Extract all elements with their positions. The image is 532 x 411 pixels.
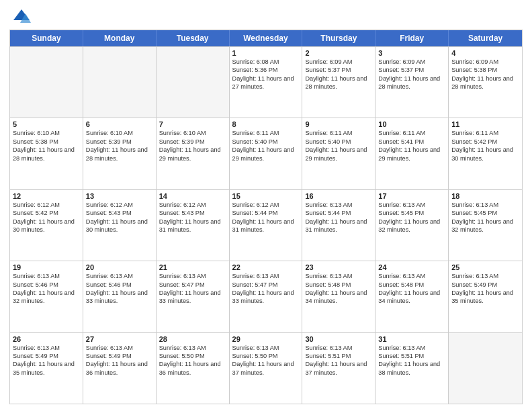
day-cell-28: 28Sunrise: 6:13 AMSunset: 5:50 PMDayligh… xyxy=(157,333,230,404)
sunrise-label: Sunrise: 6:13 AM xyxy=(451,201,498,208)
day-cell-3: 3Sunrise: 6:09 AMSunset: 5:37 PMDaylight… xyxy=(375,47,449,118)
daylight-label: Daylight: 11 hours and 37 minutes. xyxy=(305,361,367,375)
empty-cell xyxy=(449,333,522,404)
day-cell-24: 24Sunrise: 6:13 AMSunset: 5:48 PMDayligh… xyxy=(375,261,449,332)
cell-info: Sunrise: 6:13 AMSunset: 5:48 PMDaylight:… xyxy=(378,272,445,306)
daylight-label: Daylight: 11 hours and 29 minutes. xyxy=(159,146,221,161)
sunset-label: Sunset: 5:49 PM xyxy=(86,353,132,359)
day-cell-9: 9Sunrise: 6:11 AMSunset: 5:40 PMDaylight… xyxy=(302,118,375,189)
sunrise-label: Sunrise: 6:09 AM xyxy=(451,58,498,65)
sunrise-label: Sunrise: 6:10 AM xyxy=(13,130,60,136)
cell-info: Sunrise: 6:13 AMSunset: 5:51 PMDaylight:… xyxy=(305,344,372,377)
cell-info: Sunrise: 6:09 AMSunset: 5:38 PMDaylight:… xyxy=(451,58,519,91)
header-day-saturday: Saturday xyxy=(449,30,522,46)
daylight-label: Daylight: 11 hours and 33 minutes. xyxy=(232,289,294,304)
cell-info: Sunrise: 6:13 AMSunset: 5:50 PMDaylight:… xyxy=(159,344,226,377)
cell-info: Sunrise: 6:10 AMSunset: 5:38 PMDaylight:… xyxy=(13,129,80,163)
cell-info: Sunrise: 6:12 AMSunset: 5:42 PMDaylight:… xyxy=(13,201,80,234)
day-number: 17 xyxy=(378,192,445,200)
day-number: 19 xyxy=(13,263,80,271)
calendar-body: 1Sunrise: 6:08 AMSunset: 5:36 PMDaylight… xyxy=(10,46,522,404)
sunset-label: Sunset: 5:46 PM xyxy=(13,281,58,288)
sunrise-label: Sunrise: 6:13 AM xyxy=(378,273,425,279)
daylight-label: Daylight: 11 hours and 29 minutes. xyxy=(305,146,367,161)
day-cell-8: 8Sunrise: 6:11 AMSunset: 5:40 PMDaylight… xyxy=(230,118,303,189)
day-number: 27 xyxy=(86,335,153,343)
day-cell-23: 23Sunrise: 6:13 AMSunset: 5:48 PMDayligh… xyxy=(302,261,375,332)
day-number: 29 xyxy=(232,335,300,343)
day-number: 11 xyxy=(451,120,519,128)
logo xyxy=(9,7,31,26)
sunset-label: Sunset: 5:44 PM xyxy=(305,210,351,216)
sunset-label: Sunset: 5:38 PM xyxy=(13,138,58,145)
day-cell-16: 16Sunrise: 6:13 AMSunset: 5:44 PMDayligh… xyxy=(302,190,375,261)
empty-cell xyxy=(83,47,157,118)
day-cell-5: 5Sunrise: 6:10 AMSunset: 5:38 PMDaylight… xyxy=(10,118,83,189)
cell-info: Sunrise: 6:13 AMSunset: 5:45 PMDaylight:… xyxy=(378,201,445,234)
sunrise-label: Sunrise: 6:13 AM xyxy=(232,273,279,279)
sunset-label: Sunset: 5:45 PM xyxy=(378,210,424,216)
daylight-label: Daylight: 11 hours and 28 minutes. xyxy=(305,75,367,90)
sunset-label: Sunset: 5:50 PM xyxy=(159,353,205,359)
header xyxy=(9,7,523,26)
sunset-label: Sunset: 5:38 PM xyxy=(451,66,497,73)
daylight-label: Daylight: 11 hours and 34 minutes. xyxy=(378,289,440,304)
sunset-label: Sunset: 5:40 PM xyxy=(232,138,278,145)
day-cell-11: 11Sunrise: 6:11 AMSunset: 5:42 PMDayligh… xyxy=(449,118,522,189)
sunset-label: Sunset: 5:49 PM xyxy=(13,353,58,359)
day-number: 5 xyxy=(13,120,80,128)
daylight-label: Daylight: 11 hours and 32 minutes. xyxy=(378,218,440,233)
sunrise-label: Sunrise: 6:11 AM xyxy=(305,130,352,136)
sunset-label: Sunset: 5:39 PM xyxy=(159,138,205,145)
day-number: 24 xyxy=(378,263,445,271)
day-cell-13: 13Sunrise: 6:12 AMSunset: 5:43 PMDayligh… xyxy=(83,190,157,261)
day-number: 13 xyxy=(86,192,153,200)
daylight-label: Daylight: 11 hours and 36 minutes. xyxy=(159,361,221,375)
daylight-label: Daylight: 11 hours and 30 minutes. xyxy=(13,218,75,233)
day-number: 10 xyxy=(378,120,445,128)
cell-info: Sunrise: 6:10 AMSunset: 5:39 PMDaylight:… xyxy=(86,129,153,163)
day-cell-6: 6Sunrise: 6:10 AMSunset: 5:39 PMDaylight… xyxy=(83,118,157,189)
day-number: 14 xyxy=(159,192,226,200)
cell-info: Sunrise: 6:13 AMSunset: 5:49 PMDaylight:… xyxy=(86,344,153,377)
day-cell-31: 31Sunrise: 6:13 AMSunset: 5:51 PMDayligh… xyxy=(375,333,449,404)
day-number: 16 xyxy=(305,192,372,200)
cell-info: Sunrise: 6:11 AMSunset: 5:41 PMDaylight:… xyxy=(378,129,445,163)
cell-info: Sunrise: 6:13 AMSunset: 5:49 PMDaylight:… xyxy=(13,344,80,377)
sunset-label: Sunset: 5:40 PM xyxy=(305,138,351,145)
sunrise-label: Sunrise: 6:09 AM xyxy=(305,58,352,65)
day-cell-1: 1Sunrise: 6:08 AMSunset: 5:36 PMDaylight… xyxy=(230,47,303,118)
cell-info: Sunrise: 6:11 AMSunset: 5:40 PMDaylight:… xyxy=(232,129,300,163)
sunset-label: Sunset: 5:41 PM xyxy=(378,138,424,145)
cell-info: Sunrise: 6:13 AMSunset: 5:50 PMDaylight:… xyxy=(232,344,300,377)
cell-info: Sunrise: 6:13 AMSunset: 5:49 PMDaylight:… xyxy=(451,272,519,306)
daylight-label: Daylight: 11 hours and 28 minutes. xyxy=(378,75,440,90)
cell-info: Sunrise: 6:10 AMSunset: 5:39 PMDaylight:… xyxy=(159,129,226,163)
sunrise-label: Sunrise: 6:09 AM xyxy=(378,58,425,65)
day-cell-15: 15Sunrise: 6:12 AMSunset: 5:44 PMDayligh… xyxy=(230,190,303,261)
sunrise-label: Sunrise: 6:13 AM xyxy=(451,273,498,279)
daylight-label: Daylight: 11 hours and 31 minutes. xyxy=(305,218,367,233)
cell-info: Sunrise: 6:13 AMSunset: 5:51 PMDaylight:… xyxy=(378,344,445,377)
day-number: 28 xyxy=(159,335,226,343)
sunrise-label: Sunrise: 6:13 AM xyxy=(13,345,60,351)
daylight-label: Daylight: 11 hours and 29 minutes. xyxy=(378,146,440,161)
week-row-1: 1Sunrise: 6:08 AMSunset: 5:36 PMDaylight… xyxy=(10,46,522,118)
cell-info: Sunrise: 6:09 AMSunset: 5:37 PMDaylight:… xyxy=(305,58,372,91)
header-day-friday: Friday xyxy=(375,30,449,46)
day-number: 25 xyxy=(451,263,519,271)
day-cell-10: 10Sunrise: 6:11 AMSunset: 5:41 PMDayligh… xyxy=(375,118,449,189)
cell-info: Sunrise: 6:13 AMSunset: 5:47 PMDaylight:… xyxy=(232,272,300,306)
day-number: 12 xyxy=(13,192,80,200)
cell-info: Sunrise: 6:12 AMSunset: 5:43 PMDaylight:… xyxy=(86,201,153,234)
sunset-label: Sunset: 5:43 PM xyxy=(86,210,132,216)
sunset-label: Sunset: 5:48 PM xyxy=(305,281,351,288)
day-number: 23 xyxy=(305,263,372,271)
sunset-label: Sunset: 5:47 PM xyxy=(232,281,278,288)
cell-info: Sunrise: 6:11 AMSunset: 5:42 PMDaylight:… xyxy=(451,129,519,163)
cell-info: Sunrise: 6:11 AMSunset: 5:40 PMDaylight:… xyxy=(305,129,372,163)
header-day-sunday: Sunday xyxy=(10,30,83,46)
cell-info: Sunrise: 6:12 AMSunset: 5:43 PMDaylight:… xyxy=(159,201,226,234)
day-number: 26 xyxy=(13,335,80,343)
day-cell-14: 14Sunrise: 6:12 AMSunset: 5:43 PMDayligh… xyxy=(157,190,230,261)
